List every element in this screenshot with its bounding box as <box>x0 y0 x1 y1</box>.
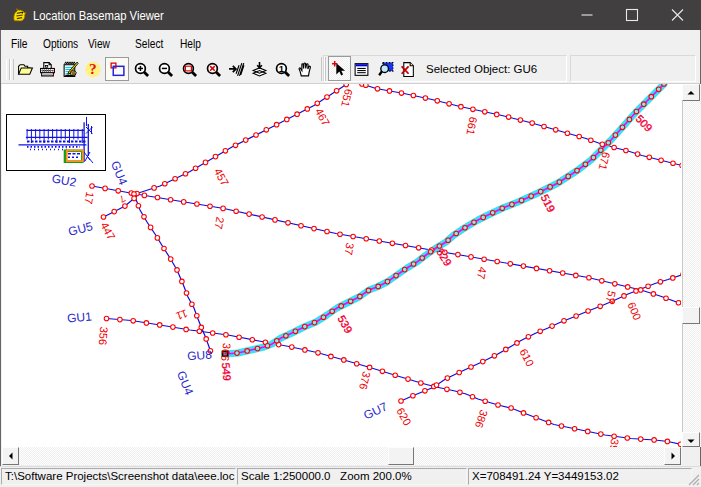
svg-text:GU4: GU4 <box>174 369 196 397</box>
svg-text:539: 539 <box>335 313 355 335</box>
svg-text:11: 11 <box>175 307 190 322</box>
svg-text:447: 447 <box>98 220 117 242</box>
svg-text:GU8: GU8 <box>187 348 213 364</box>
svg-text:17: 17 <box>83 191 97 205</box>
svg-text:GU4: GU4 <box>108 159 130 187</box>
svg-text:610: 610 <box>517 347 536 369</box>
svg-text:457: 457 <box>212 166 231 188</box>
svg-text:549: 549 <box>220 362 233 381</box>
svg-text:37: 37 <box>343 242 357 256</box>
svg-text:366: 366 <box>219 342 233 362</box>
svg-text:7: 7 <box>117 193 127 205</box>
svg-text:GU5: GU5 <box>67 219 95 239</box>
svg-text:376: 376 <box>357 370 373 391</box>
svg-text:651: 651 <box>339 88 355 109</box>
svg-text:GU1: GU1 <box>67 309 93 325</box>
svg-text:467: 467 <box>313 106 332 128</box>
svg-text:620: 620 <box>394 406 414 428</box>
svg-text:57: 57 <box>604 290 619 305</box>
svg-text:GU2: GU2 <box>51 171 78 189</box>
svg-text:661: 661 <box>464 116 479 136</box>
svg-text:356: 356 <box>97 326 111 345</box>
svg-text:27: 27 <box>212 216 226 230</box>
svg-text:GU7: GU7 <box>361 399 390 422</box>
svg-text:386: 386 <box>473 408 490 429</box>
svg-text:600: 600 <box>625 300 643 322</box>
svg-text:47: 47 <box>475 266 489 280</box>
